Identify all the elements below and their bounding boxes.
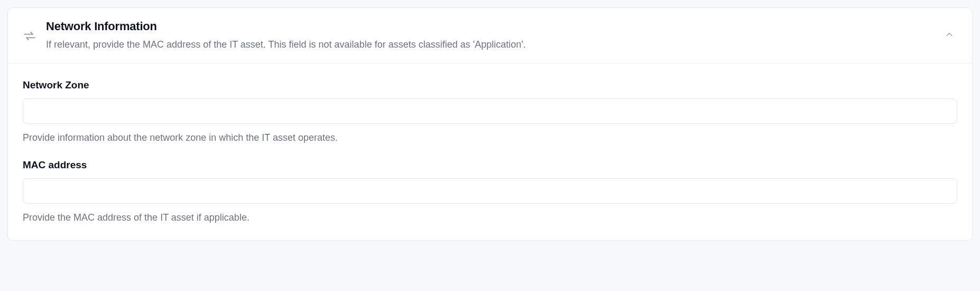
network-information-card: Network Information If relevant, provide… <box>7 7 973 241</box>
mac-address-input[interactable] <box>23 178 957 204</box>
collapse-toggle[interactable] <box>938 30 957 41</box>
card-body: Network Zone Provide information about t… <box>8 63 972 240</box>
swap-arrows-icon <box>23 28 46 43</box>
chevron-up-icon <box>945 32 954 41</box>
card-header: Network Information If relevant, provide… <box>8 8 972 63</box>
mac-address-help: Provide the MAC address of the IT asset … <box>23 211 957 224</box>
section-description: If relevant, provide the MAC address of … <box>46 38 938 51</box>
network-zone-field: Network Zone Provide information about t… <box>23 79 957 144</box>
network-zone-input[interactable] <box>23 98 957 124</box>
network-zone-help: Provide information about the network zo… <box>23 131 957 144</box>
network-zone-label: Network Zone <box>23 79 957 91</box>
mac-address-field: MAC address Provide the MAC address of t… <box>23 159 957 224</box>
section-title: Network Information <box>46 20 938 33</box>
mac-address-label: MAC address <box>23 159 957 171</box>
